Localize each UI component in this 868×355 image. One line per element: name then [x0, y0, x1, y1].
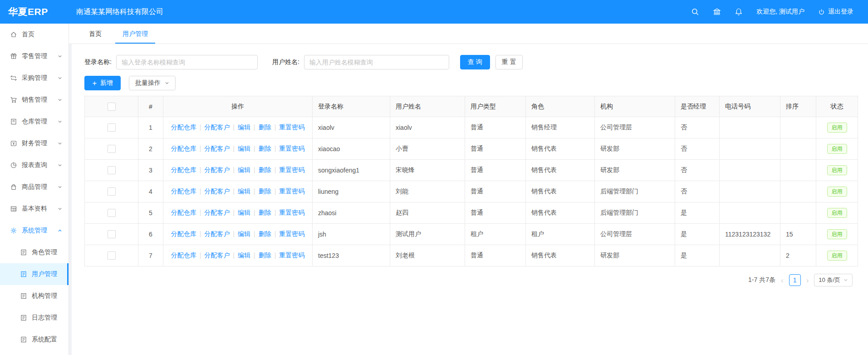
sidebar-item-system-config[interactable]: 系统配置 [0, 329, 69, 350]
status-badge[interactable]: 启用 [827, 144, 847, 154]
row-checkbox[interactable] [108, 209, 116, 217]
reset-button[interactable]: 重 置 [495, 55, 523, 69]
delete-link[interactable]: 删除 [259, 145, 271, 152]
row-checkbox[interactable] [108, 166, 116, 174]
chevron-down-icon [58, 119, 62, 124]
assign-customer-link[interactable]: 分配客户 [204, 187, 230, 195]
edit-link[interactable]: 编辑 [238, 145, 250, 152]
tab-home[interactable]: 首页 [82, 24, 109, 44]
sidebar-item-finance[interactable]: 财务管理 [0, 133, 69, 154]
sidebar-item-basic-data[interactable]: 基本资料 [0, 198, 69, 220]
row-checkbox[interactable] [108, 230, 116, 238]
row-checkbox[interactable] [108, 187, 116, 196]
sidebar-item-home[interactable]: 首页 [0, 24, 69, 45]
menu-item-label: 仓库管理 [22, 118, 58, 126]
reset-password-link[interactable]: 重置密码 [279, 209, 304, 216]
sidebar-item-goods[interactable]: 商品管理 [0, 176, 69, 198]
assign-warehouse-link[interactable]: 分配仓库 [171, 145, 196, 152]
assign-customer-link[interactable]: 分配客户 [204, 230, 230, 237]
delete-link[interactable]: 删除 [259, 251, 271, 259]
page-number-button[interactable]: 1 [789, 274, 801, 286]
status-badge[interactable]: 启用 [827, 165, 847, 175]
sidebar-item-user-management[interactable]: 用户管理 [0, 263, 69, 285]
chevron-down-icon [58, 98, 62, 102]
next-page-button[interactable]: › [805, 276, 810, 284]
assign-warehouse-link[interactable]: 分配仓库 [171, 230, 196, 237]
link-separator: | [275, 145, 276, 152]
edit-link[interactable]: 编辑 [238, 166, 250, 173]
search-icon[interactable] [691, 8, 699, 16]
assign-warehouse-link[interactable]: 分配仓库 [171, 166, 196, 173]
sidebar-item-warehouse[interactable]: 仓库管理 [0, 111, 69, 133]
table-header-row: #操作登录名称用户姓名用户类型角色机构是否经理电话号码排序状态 [85, 96, 858, 117]
batch-operations-button[interactable]: 批量操作 [129, 76, 176, 90]
bell-icon[interactable] [735, 8, 743, 16]
status-badge[interactable]: 启用 [827, 251, 847, 261]
bank-icon[interactable] [713, 8, 721, 16]
sidebar-item-purchase[interactable]: 采购管理 [0, 67, 69, 89]
edit-link[interactable]: 编辑 [238, 187, 250, 195]
delete-link[interactable]: 删除 [259, 166, 271, 173]
operations-cell: 分配仓库|分配客户|编辑|删除|重置密码 [163, 224, 313, 245]
row-checkbox[interactable] [108, 251, 116, 260]
assign-customer-link[interactable]: 分配客户 [204, 251, 230, 259]
operations-cell: 分配仓库|分配客户|编辑|删除|重置密码 [163, 138, 313, 160]
batch-operations-label: 批量操作 [135, 79, 161, 87]
delete-link[interactable]: 删除 [259, 230, 271, 237]
reset-password-link[interactable]: 重置密码 [279, 145, 304, 152]
reset-password-link[interactable]: 重置密码 [279, 251, 304, 259]
sidebar-item-org-management[interactable]: 机构管理 [0, 285, 69, 307]
reset-password-link[interactable]: 重置密码 [279, 187, 304, 195]
reset-password-link[interactable]: 重置密码 [279, 166, 304, 173]
sidebar-item-role-management[interactable]: 角色管理 [0, 242, 69, 263]
sidebar-item-log-management[interactable]: 日志管理 [0, 307, 69, 329]
link-separator: | [200, 209, 201, 216]
assign-warehouse-link[interactable]: 分配仓库 [171, 209, 196, 216]
row-number-cell: 6 [138, 224, 163, 245]
user-name-input[interactable] [304, 55, 449, 69]
assign-customer-link[interactable]: 分配客户 [204, 145, 230, 152]
assign-customer-link[interactable]: 分配客户 [204, 209, 230, 216]
link-separator: | [254, 187, 255, 195]
sidebar-item-reports[interactable]: 报表查询 [0, 154, 69, 176]
status-badge[interactable]: 启用 [827, 229, 847, 239]
phone-cell [720, 181, 780, 202]
login-name-input[interactable] [116, 55, 258, 69]
row-checkbox[interactable] [108, 145, 116, 153]
select-all-header-cell [85, 96, 138, 117]
status-cell: 启用 [816, 245, 858, 266]
delete-link[interactable]: 删除 [259, 187, 271, 195]
edit-link[interactable]: 编辑 [238, 251, 250, 259]
sidebar-item-system[interactable]: 系统管理 [0, 220, 69, 242]
link-separator: | [200, 123, 201, 131]
search-button[interactable]: 查 询 [460, 55, 490, 69]
assign-warehouse-link[interactable]: 分配仓库 [171, 187, 196, 195]
row-checkbox[interactable] [108, 123, 116, 132]
status-badge[interactable]: 启用 [827, 123, 847, 133]
login-name-cell: jsh [313, 224, 390, 245]
assign-customer-link[interactable]: 分配客户 [204, 166, 230, 173]
doc-icon [20, 314, 27, 321]
sidebar-item-retail[interactable]: 零售管理 [0, 45, 69, 67]
prev-page-button[interactable]: ‹ [780, 276, 785, 284]
assign-warehouse-link[interactable]: 分配仓库 [171, 123, 196, 131]
column-header-organization: 机构 [595, 96, 675, 117]
sidebar-item-sales[interactable]: 销售管理 [0, 89, 69, 111]
status-badge[interactable]: 启用 [827, 208, 847, 218]
status-badge[interactable]: 启用 [827, 187, 847, 197]
chevron-down-icon [165, 81, 169, 85]
reset-password-link[interactable]: 重置密码 [279, 123, 304, 131]
add-button[interactable]: 新增 [84, 76, 121, 90]
delete-link[interactable]: 删除 [259, 209, 271, 216]
tab-user-management[interactable]: 用户管理 [115, 24, 155, 44]
delete-link[interactable]: 删除 [259, 123, 271, 131]
logout-button[interactable]: 退出登录 [818, 8, 853, 16]
assign-warehouse-link[interactable]: 分配仓库 [171, 251, 196, 259]
assign-customer-link[interactable]: 分配客户 [204, 123, 230, 131]
select-all-checkbox[interactable] [108, 103, 116, 111]
reset-password-link[interactable]: 重置密码 [279, 230, 304, 237]
edit-link[interactable]: 编辑 [238, 209, 250, 216]
edit-link[interactable]: 编辑 [238, 123, 250, 131]
page-size-select[interactable]: 10 条/页 [814, 274, 853, 286]
edit-link[interactable]: 编辑 [238, 230, 250, 237]
